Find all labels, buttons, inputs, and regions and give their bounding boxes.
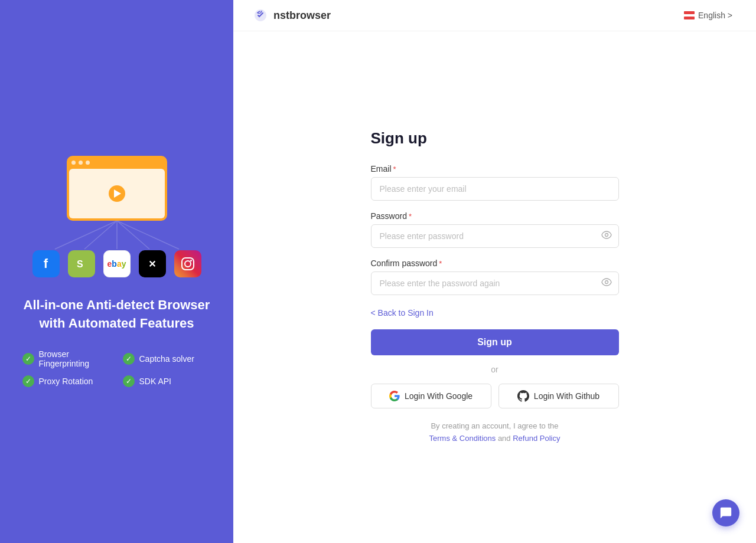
- svg-point-13: [605, 234, 608, 237]
- feature-item: ✓ Captcha solver: [123, 349, 211, 368]
- language-label: English >: [698, 11, 732, 20]
- terms-text: By creating an account, I agree to the T…: [371, 420, 619, 445]
- signup-form: Sign up Email * Password *: [371, 129, 619, 445]
- password-field-group: Password *: [371, 211, 619, 248]
- twitter-x-icon: ✕: [139, 250, 166, 277]
- password-required-star: *: [409, 212, 412, 221]
- top-bar: nstbrowser English >: [233, 0, 756, 31]
- facebook-icon: f: [32, 250, 60, 277]
- svg-rect-11: [684, 14, 695, 17]
- svg-rect-10: [684, 11, 695, 14]
- confirm-password-input-wrap: [371, 272, 619, 295]
- terms-conditions-link[interactable]: Terms & Conditions: [429, 434, 498, 443]
- logo: nstbrowser: [252, 7, 331, 24]
- feature-item: ✓ Proxy Rotation: [22, 375, 111, 387]
- feature-label: Captcha solver: [139, 354, 194, 364]
- confirm-eye-icon[interactable]: [601, 278, 612, 289]
- email-required-star: *: [393, 165, 396, 174]
- login-with-github-button[interactable]: Login With Github: [498, 384, 619, 408]
- left-panel-title: All-in-one Anti-detect Browser with Auto…: [18, 296, 216, 333]
- back-to-signin-link[interactable]: < Back to Sign In: [371, 308, 434, 318]
- svg-rect-7: [182, 258, 194, 270]
- feature-label: Browser Fingerprinting: [39, 349, 111, 368]
- features-grid: ✓ Browser Fingerprinting ✓ Captcha solve…: [22, 349, 211, 387]
- social-icons: f S ebay ✕: [32, 250, 201, 277]
- language-button[interactable]: English >: [679, 8, 737, 22]
- shopify-icon: S: [68, 250, 95, 277]
- app-name: nstbrowser: [273, 9, 331, 22]
- feature-item: ✓ Browser Fingerprinting: [22, 349, 111, 368]
- svg-line-1: [84, 221, 117, 249]
- svg-point-8: [185, 261, 191, 267]
- browser-window: [67, 156, 167, 221]
- form-container: Sign up Email * Password *: [233, 31, 756, 543]
- email-label: Email *: [371, 164, 619, 174]
- svg-line-3: [117, 221, 149, 249]
- svg-point-9: [190, 260, 192, 261]
- feature-label: SDK API: [139, 377, 171, 386]
- login-with-google-button[interactable]: Login With Google: [371, 384, 491, 408]
- instagram-icon: [174, 250, 201, 277]
- email-input-wrap: [371, 177, 619, 201]
- signup-button[interactable]: Sign up: [371, 329, 619, 355]
- or-divider: or: [371, 365, 619, 374]
- chat-button[interactable]: [712, 499, 739, 526]
- confirm-password-label: Confirm password *: [371, 259, 619, 268]
- password-input[interactable]: [371, 224, 619, 248]
- password-eye-icon[interactable]: [601, 231, 612, 241]
- svg-line-0: [55, 221, 117, 249]
- confirm-password-field-group: Confirm password *: [371, 259, 619, 295]
- password-input-wrap: [371, 224, 619, 248]
- form-title: Sign up: [371, 129, 619, 148]
- google-login-label: Login With Google: [405, 391, 472, 401]
- github-login-label: Login With Github: [534, 391, 599, 401]
- confirm-required-star: *: [439, 259, 442, 268]
- check-icon: ✓: [22, 375, 34, 387]
- svg-text:S: S: [77, 259, 83, 269]
- feature-item: ✓ SDK API: [123, 375, 211, 387]
- check-icon: ✓: [123, 375, 135, 387]
- right-panel: nstbrowser English > Sign up Email *: [233, 0, 756, 543]
- feature-label: Proxy Rotation: [39, 377, 93, 386]
- svg-line-4: [117, 221, 179, 249]
- check-icon: ✓: [22, 353, 34, 365]
- ebay-icon: ebay: [103, 250, 131, 277]
- check-icon: ✓: [123, 353, 135, 365]
- play-button: [109, 185, 125, 202]
- password-label: Password *: [371, 211, 619, 221]
- illustration: f S ebay ✕: [32, 156, 201, 277]
- svg-rect-12: [684, 17, 695, 19]
- social-login-buttons: Login With Google Login With Github: [371, 384, 619, 408]
- email-input[interactable]: [371, 177, 619, 201]
- email-field-group: Email *: [371, 164, 619, 201]
- refund-policy-link[interactable]: Refund Policy: [513, 434, 560, 443]
- svg-point-14: [605, 281, 608, 284]
- confirm-password-input[interactable]: [371, 272, 619, 295]
- left-panel: f S ebay ✕: [0, 0, 233, 543]
